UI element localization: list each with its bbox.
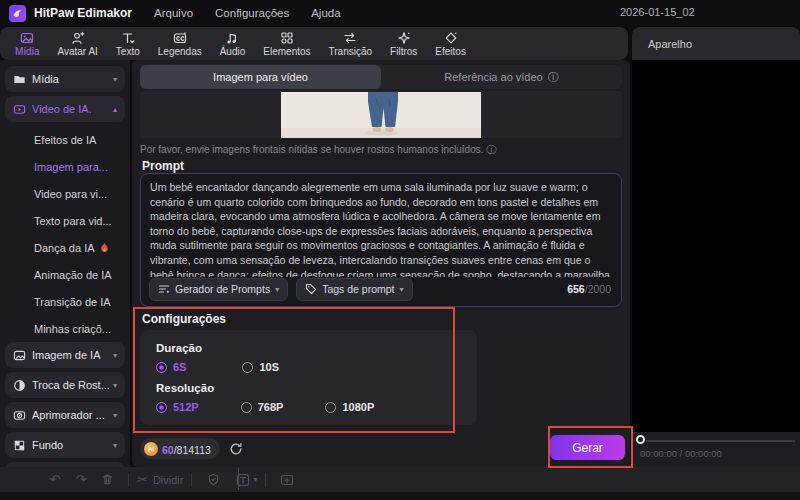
tag-icon [305, 283, 317, 295]
sidebar-item-transicao-de-ia[interactable]: Transição de IA [0, 288, 130, 315]
enhancer-icon [13, 409, 26, 422]
filters-icon [397, 31, 411, 45]
trash-icon[interactable] [94, 473, 120, 486]
credits-total: /814113 [174, 444, 211, 456]
sidebar: Mídia ▾ Video de IA. ▴ Efeitos de IA Ima… [0, 60, 130, 467]
prompt-toolbar: Gerador de Prompts ▾ Tags de prompt ▾ 65… [149, 277, 611, 301]
credits-used: 60 [162, 444, 174, 456]
info-icon: ⓘ [486, 144, 496, 155]
undo-icon[interactable]: ↶ [42, 472, 68, 487]
shield-icon[interactable] [200, 473, 226, 486]
uploaded-image [281, 92, 481, 138]
tab-midia[interactable]: Mídia [6, 27, 48, 60]
duration-label: Duração [156, 342, 461, 354]
sidebar-item-fundo[interactable]: Fundo ▾ [5, 432, 125, 458]
sidebar-item-aprimorador[interactable]: Aprimorador ... ▾ [5, 402, 125, 428]
main-panel: Imagem para vídeo Referência ao vídeo ⓘ … [132, 60, 630, 467]
sidebar-item-animacao-de-ia[interactable]: Animação de IA [0, 261, 130, 288]
media-icon [20, 31, 34, 45]
chevron-down-icon: ▾ [113, 381, 117, 390]
radio-dot [156, 402, 167, 413]
captions-icon [173, 31, 187, 45]
resolution-options: 512P 768P 1080P [156, 401, 461, 413]
app-logo-icon [9, 5, 26, 22]
chevron-down-icon: ▾ [253, 475, 257, 484]
scissors-icon: ✂ [137, 472, 148, 487]
sidebar-item-label: Video de IA. [32, 103, 109, 115]
sidebar-item-minhas-criacoes[interactable]: Minhas criaçõ... [0, 315, 130, 342]
redo-icon[interactable]: ↷ [68, 472, 94, 487]
credits-row: AI 60/814113 [140, 436, 243, 461]
tab-texto[interactable]: Texto [107, 27, 149, 60]
tab-filtros[interactable]: Filtros [381, 27, 426, 60]
player-time: 00:00:00 / 00:00:00 [640, 448, 722, 459]
player-controls: 00:00:00 / 00:00:00 [632, 432, 800, 467]
radio-duration-6s[interactable]: 6S [156, 361, 186, 373]
radio-dot [241, 402, 252, 413]
sidebar-item-efeitos-de-ia[interactable]: Efeitos de IA [0, 126, 130, 153]
tab-legendas[interactable]: Legendas [149, 27, 211, 60]
info-icon: ⓘ [548, 70, 559, 85]
generate-button[interactable]: Gerar [550, 435, 625, 460]
prompt-container: Um bebê encantador dançando alegremente … [140, 173, 622, 307]
sidebar-item-troca-de-rosto[interactable]: Troca de Rost... ▾ [5, 372, 125, 398]
menu-ajuda[interactable]: Ajuda [311, 7, 340, 19]
avatar-icon [71, 31, 85, 45]
radio-dot [325, 402, 336, 413]
radio-resolution-768p[interactable]: 768P [241, 401, 284, 413]
prompt-tags-button[interactable]: Tags de prompt ▾ [296, 278, 412, 301]
sidebar-item-video-para-video[interactable]: Video para vi... [0, 180, 130, 207]
tab-efeitos[interactable]: Efeitos [426, 27, 475, 60]
frame-grab-icon[interactable] [274, 473, 300, 487]
duration-options: 6S 10S [156, 361, 461, 373]
tab-label: Mídia [15, 46, 39, 57]
radio-resolution-1080p[interactable]: 1080P [325, 401, 374, 413]
prompt-input[interactable]: Um bebê encantador dançando alegremente … [150, 180, 612, 277]
prompt-label: Prompt [142, 159, 184, 173]
sidebar-item-label: Imagem de IA [32, 349, 109, 361]
project-title: 2026-01-15_02 [620, 6, 695, 18]
text-tool-button[interactable]: ▾ [236, 473, 257, 487]
ai-video-icon [13, 103, 26, 116]
tab-referencia-ao-video[interactable]: Referência ao vídeo ⓘ [381, 65, 622, 89]
settings-card: Duração 6S 10S Resolução 512P 768P 1080P [140, 330, 477, 425]
tab-label: Transição [329, 46, 373, 57]
radio-duration-10s[interactable]: 10S [242, 361, 279, 373]
effects-icon [444, 31, 458, 45]
sidebar-item-texto-para-video[interactable]: Texto para vid... [0, 207, 130, 234]
menubar: HitPaw Edimakor Arquivo Configurações Aj… [0, 0, 800, 26]
scrub-track[interactable] [646, 440, 795, 442]
sidebar-item-imagem-de-ia[interactable]: Imagem de IA ▾ [5, 342, 125, 368]
image-preview[interactable] [140, 91, 622, 138]
coin-icon: AI [144, 442, 158, 456]
tab-label: Texto [116, 46, 140, 57]
text-icon [121, 31, 135, 45]
ribbon-tabbar: Mídia Avatar AI Texto Legendas Áudio Ele… [0, 27, 628, 60]
chevron-down-icon: ▾ [113, 75, 117, 84]
mode-tabbar: Imagem para vídeo Referência ao vídeo ⓘ [140, 65, 622, 89]
menu-configuracoes[interactable]: Configurações [215, 7, 289, 19]
sidebar-item-danca-da-ia[interactable]: Dança da IA [0, 234, 130, 261]
tab-audio[interactable]: Áudio [211, 27, 255, 60]
sidebar-item-video-de-ia[interactable]: Video de IA. ▴ [5, 96, 125, 122]
prompt-generator-button[interactable]: Gerador de Prompts ▾ [149, 278, 288, 301]
sidebar-item-imagem-para-video[interactable]: Imagem para... [0, 153, 130, 180]
sidebar-item-midia[interactable]: Mídia ▾ [5, 66, 125, 92]
face-swap-icon [13, 379, 26, 392]
player-panel: 00:00:00 / 00:00:00 [632, 60, 800, 467]
split-button[interactable]: ✂ Dividir [137, 472, 183, 487]
radio-resolution-512p[interactable]: 512P [156, 401, 199, 413]
app-window: HitPaw Edimakor Arquivo Configurações Aj… [0, 0, 800, 500]
tab-label: Elementos [263, 46, 310, 57]
sidebar-item-label: Mídia [32, 73, 109, 85]
tab-avatar-ai[interactable]: Avatar AI [48, 27, 106, 60]
split-label: Dividir [153, 474, 184, 486]
scrub-handle[interactable] [636, 435, 645, 444]
tab-elementos[interactable]: Elementos [254, 27, 319, 60]
ai-image-icon [13, 349, 26, 362]
elements-icon [280, 31, 294, 45]
menu-arquivo[interactable]: Arquivo [154, 7, 193, 19]
tab-transicao[interactable]: Transição [320, 27, 382, 60]
tab-imagem-para-video[interactable]: Imagem para vídeo [140, 65, 381, 89]
refresh-icon[interactable] [229, 442, 243, 456]
